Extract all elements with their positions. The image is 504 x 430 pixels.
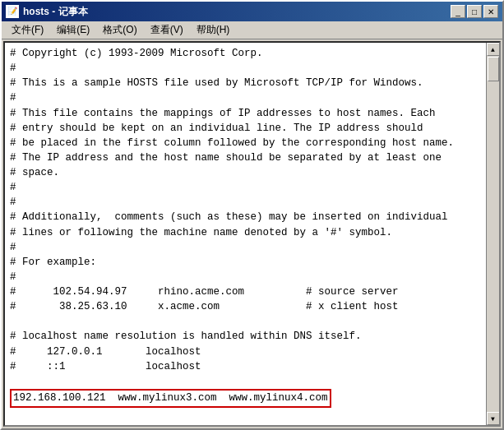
window: 📝 hosts - 记事本 _ □ ✕ 文件(F) 编辑(E) 格式(O) 查看… <box>0 0 504 430</box>
content-area[interactable]: # Copyright (c) 1993-2009 Microsoft Corp… <box>3 41 501 427</box>
menu-edit[interactable]: 编辑(E) <box>50 21 96 39</box>
vertical-scrollbar[interactable]: ▲ ▼ <box>486 43 499 425</box>
menu-format[interactable]: 格式(O) <box>96 21 143 39</box>
menu-view[interactable]: 查看(V) <box>144 21 190 39</box>
scroll-thumb[interactable] <box>488 57 499 81</box>
close-button[interactable]: ✕ <box>483 5 498 18</box>
menu-file[interactable]: 文件(F) <box>5 21 50 39</box>
window-icon: 📝 <box>6 5 19 18</box>
text-editor[interactable]: # Copyright (c) 1993-2009 Microsoft Corp… <box>5 43 499 425</box>
title-bar: 📝 hosts - 记事本 _ □ ✕ <box>2 2 502 21</box>
highlighted-entry: 192.168.100.121 www.mylinux3.com www.myl… <box>10 389 331 408</box>
title-bar-left: 📝 hosts - 记事本 <box>6 5 88 19</box>
window-title: hosts - 记事本 <box>23 5 88 19</box>
scroll-track[interactable] <box>487 56 499 412</box>
scroll-down-button[interactable]: ▼ <box>487 412 500 425</box>
title-buttons: _ □ ✕ <box>451 5 498 18</box>
minimize-button[interactable]: _ <box>451 5 465 18</box>
menu-help[interactable]: 帮助(H) <box>190 21 237 39</box>
menu-bar: 文件(F) 编辑(E) 格式(O) 查看(V) 帮助(H) <box>2 21 502 39</box>
scroll-up-button[interactable]: ▲ <box>487 43 500 56</box>
maximize-button[interactable]: □ <box>467 5 482 18</box>
